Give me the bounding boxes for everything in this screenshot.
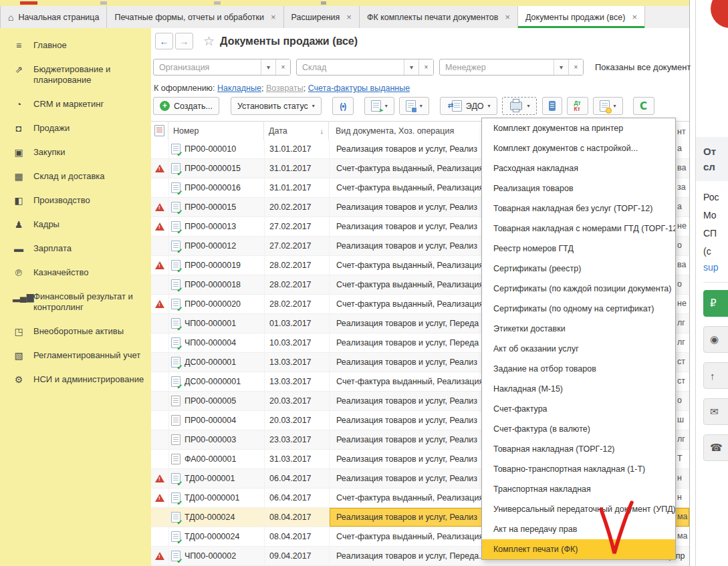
organization-input[interactable] — [154, 59, 261, 75]
sidebar-item-5[interactable]: ▣Закупки — [0, 140, 151, 164]
document-number: ПР00-000012 — [185, 241, 236, 251]
truncated-column-fragment: лг — [677, 318, 689, 327]
menu-item[interactable]: Счет-фактура — [482, 399, 675, 419]
menu-item[interactable]: Комплект документов на принтер — [482, 118, 675, 138]
document-number: ФА00-000001 — [185, 454, 236, 464]
warning-cell — [151, 178, 169, 197]
reports-button[interactable]: ▾ — [399, 97, 429, 115]
sidebar-item-14[interactable]: ⚙НСИ и администрирование — [0, 368, 151, 392]
tab-home[interactable]: ⌂Начальная страница — [0, 6, 107, 28]
support-link[interactable]: sup — [703, 262, 719, 273]
tab-close-icon[interactable]: × — [346, 12, 352, 22]
menu-item[interactable]: Транспортная накладная — [482, 479, 675, 499]
tab-close-icon[interactable]: × — [505, 12, 510, 22]
sidebar-item-10[interactable]: ℗Казначейство — [0, 261, 151, 285]
quick-links-row: К оформлению: Накладные; Возвраты; Счета… — [154, 84, 410, 93]
quick-link-1[interactable]: Накладные — [217, 84, 261, 93]
manager-filter[interactable]: ▾ × — [439, 59, 584, 76]
edo-button[interactable]: ЭДО ▾ — [440, 97, 497, 115]
chevron-down-icon[interactable]: ▾ — [261, 59, 275, 75]
copy-documents-button[interactable]: ▾ — [364, 97, 394, 115]
eye-button[interactable]: ◉ — [703, 326, 728, 353]
sidebar-item-12[interactable]: ◳Внеоборотные активы — [0, 319, 151, 343]
clear-icon[interactable]: × — [275, 59, 290, 75]
sidebar-item-6[interactable]: ▦Склад и доставка — [0, 164, 151, 188]
menu-item[interactable]: Накладная (М-15) — [482, 379, 675, 399]
sidebar-item-label: Производство — [33, 195, 90, 206]
menu-item[interactable]: Комплект документов с настройкой... — [482, 138, 675, 158]
menu-item[interactable]: Реализация товаров — [482, 178, 675, 198]
truncated-column-fragment: ма — [677, 512, 689, 521]
print-button[interactable]: ▾ — [502, 97, 537, 115]
tab-3[interactable]: ФК комплекты печати документов× — [360, 6, 518, 28]
forward-button[interactable]: → — [175, 33, 193, 49]
tab-close-icon[interactable]: × — [271, 12, 276, 22]
message-button[interactable]: ✉ — [703, 398, 728, 425]
manager-input[interactable] — [440, 59, 554, 75]
phone-button[interactable]: ☎ — [703, 434, 728, 461]
register-list-button[interactable] — [542, 97, 562, 115]
back-button[interactable]: ← — [155, 33, 173, 49]
sidebar-item-2[interactable]: ⇗Бюджетирование и планирование — [0, 57, 151, 92]
menu-item[interactable]: Счет-фактура (в валюте) — [482, 419, 675, 439]
warehouse-filter[interactable]: ▾ × — [296, 59, 434, 76]
tab-4[interactable]: Документы продажи (все)× — [518, 6, 645, 28]
date-cell: 23.03.2017 — [265, 430, 330, 449]
menu-item[interactable]: Универсальный передаточный документ (УПД… — [482, 499, 675, 519]
menu-item[interactable]: Расходная накладная — [482, 158, 675, 178]
arrow-up-button[interactable]: ↑ — [703, 362, 728, 389]
sidebar-item-8[interactable]: ♟Кадры — [0, 213, 151, 237]
chevron-down-icon: ▾ — [527, 103, 530, 109]
sidebar-item-9[interactable]: ▬Зарплата — [0, 237, 151, 261]
menu-item[interactable]: Сертификаты (по каждой позиции документа… — [482, 279, 675, 299]
dt-kt-postings-button[interactable]: ДтКт — [567, 97, 588, 115]
home-icon: ⌂ — [8, 12, 13, 23]
menu-item[interactable]: Этикетки доставки — [482, 319, 675, 339]
create-button[interactable]: + Создать... — [153, 97, 219, 115]
tab-2[interactable]: Расширения× — [284, 6, 360, 28]
number-column-header[interactable]: Номер — [168, 122, 264, 140]
tab-1[interactable]: Печатные формы, отчеты и обработки× — [107, 6, 283, 28]
clear-icon[interactable]: × — [418, 59, 433, 75]
organization-filter[interactable]: ▾ × — [153, 59, 291, 76]
menu-item[interactable]: Акт об оказании услуг — [482, 339, 675, 359]
number-cell: ЧП00-000004 — [169, 333, 265, 352]
menu-item[interactable]: Товарная накладная с номерами ГТД (ТОРГ-… — [482, 219, 675, 239]
broadcast-post-button[interactable]: (•) — [332, 97, 354, 115]
menu-item[interactable]: Сертификаты (реестр) — [482, 259, 675, 279]
sidebar-item-1[interactable]: ≡Главное — [0, 33, 151, 57]
chevron-down-icon[interactable]: ▾ — [554, 59, 568, 75]
menu-item[interactable]: Товарно-транспортная накладная (1-Т) — [482, 459, 675, 479]
quick-link-3[interactable]: Счета-фактуры выданные — [308, 84, 410, 93]
sidebar-item-13[interactable]: ▧Регламентированный учет — [0, 343, 151, 368]
menu-item[interactable]: Товарная накладная (ТОРГ-12) — [482, 439, 675, 459]
sidebar-item-4[interactable]: ◘Продажи — [0, 116, 151, 140]
document-posted-icon — [171, 260, 180, 271]
truncated-column-fragment: а — [677, 144, 689, 153]
doc-status-column-header[interactable] — [151, 122, 168, 140]
chevron-down-icon[interactable]: ▾ — [404, 59, 418, 75]
tab-close-icon[interactable]: × — [632, 12, 637, 22]
sidebar-item-3[interactable]: ◔CRM и маркетинг — [0, 92, 151, 116]
print-dropdown-menu: Комплект документов на принтерКомплект д… — [481, 118, 676, 560]
sidebar-item-11[interactable]: ▂▄▆Финансовый результат и контроллинг — [0, 285, 151, 319]
menu-item[interactable]: Сертификаты (по одному на сертификат) — [482, 299, 675, 319]
menu-item[interactable]: Акт на передачу прав — [482, 519, 675, 539]
menu-item[interactable]: Комплект печати (ФК) — [482, 539, 675, 559]
clear-icon[interactable]: × — [568, 59, 583, 75]
favorite-star-icon[interactable]: ☆ — [203, 33, 215, 49]
number-cell: ДС00-000001 — [169, 353, 265, 372]
date-column-header[interactable]: Дата ↓ — [264, 122, 329, 140]
menu-item[interactable]: Реестр номеров ГТД — [482, 239, 675, 259]
primary-action-button[interactable]: ₽ — [703, 290, 728, 317]
menu-item[interactable]: Товарная накладная без услуг (ТОРГ-12) — [482, 198, 675, 219]
scheduled-document-button[interactable]: ▾ — [593, 97, 623, 115]
sidebar-item-7[interactable]: ◧Производство — [0, 188, 151, 213]
document-posted-icon — [171, 357, 180, 368]
navigation-row: ← → ☆ Документы продажи (все) — [155, 33, 358, 49]
refresh-button[interactable]: C — [633, 97, 654, 115]
document-posted-icon — [171, 299, 180, 309]
menu-item[interactable]: Задание на отбор товаров — [482, 359, 675, 379]
set-status-button[interactable]: Установить статус ▾ — [231, 97, 322, 115]
warehouse-input[interactable] — [297, 59, 404, 75]
